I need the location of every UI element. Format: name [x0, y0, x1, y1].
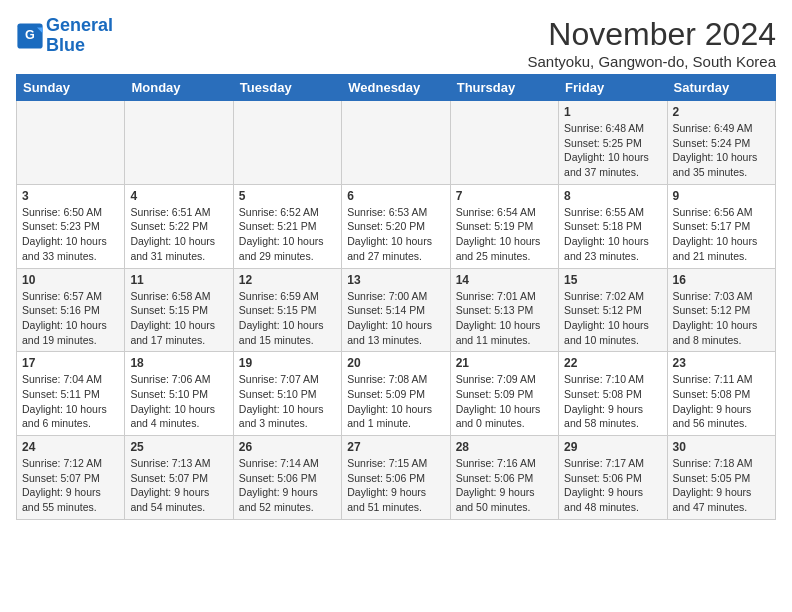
day-info: Sunrise: 7:11 AM Sunset: 5:08 PM Dayligh… — [673, 372, 770, 431]
calendar-cell: 8Sunrise: 6:55 AM Sunset: 5:18 PM Daylig… — [559, 184, 667, 268]
day-info: Sunrise: 6:55 AM Sunset: 5:18 PM Dayligh… — [564, 205, 661, 264]
calendar-cell: 14Sunrise: 7:01 AM Sunset: 5:13 PM Dayli… — [450, 268, 558, 352]
day-number: 28 — [456, 440, 553, 454]
day-info: Sunrise: 7:04 AM Sunset: 5:11 PM Dayligh… — [22, 372, 119, 431]
calendar-week-2: 3Sunrise: 6:50 AM Sunset: 5:23 PM Daylig… — [17, 184, 776, 268]
day-header-wednesday: Wednesday — [342, 75, 450, 101]
calendar-body: 1Sunrise: 6:48 AM Sunset: 5:25 PM Daylig… — [17, 101, 776, 520]
logo: G General Blue — [16, 16, 113, 56]
day-number: 26 — [239, 440, 336, 454]
svg-text:G: G — [25, 28, 35, 42]
calendar-table: SundayMondayTuesdayWednesdayThursdayFrid… — [16, 74, 776, 520]
calendar-week-4: 17Sunrise: 7:04 AM Sunset: 5:11 PM Dayli… — [17, 352, 776, 436]
calendar-cell: 13Sunrise: 7:00 AM Sunset: 5:14 PM Dayli… — [342, 268, 450, 352]
day-info: Sunrise: 7:00 AM Sunset: 5:14 PM Dayligh… — [347, 289, 444, 348]
day-number: 8 — [564, 189, 661, 203]
day-number: 2 — [673, 105, 770, 119]
calendar-cell: 24Sunrise: 7:12 AM Sunset: 5:07 PM Dayli… — [17, 436, 125, 520]
calendar-cell: 22Sunrise: 7:10 AM Sunset: 5:08 PM Dayli… — [559, 352, 667, 436]
calendar-cell — [450, 101, 558, 185]
day-info: Sunrise: 7:12 AM Sunset: 5:07 PM Dayligh… — [22, 456, 119, 515]
calendar-cell — [233, 101, 341, 185]
day-info: Sunrise: 6:53 AM Sunset: 5:20 PM Dayligh… — [347, 205, 444, 264]
day-info: Sunrise: 7:09 AM Sunset: 5:09 PM Dayligh… — [456, 372, 553, 431]
day-info: Sunrise: 7:01 AM Sunset: 5:13 PM Dayligh… — [456, 289, 553, 348]
logo-icon: G — [16, 22, 44, 50]
day-info: Sunrise: 6:51 AM Sunset: 5:22 PM Dayligh… — [130, 205, 227, 264]
calendar-cell: 26Sunrise: 7:14 AM Sunset: 5:06 PM Dayli… — [233, 436, 341, 520]
day-number: 5 — [239, 189, 336, 203]
day-info: Sunrise: 7:13 AM Sunset: 5:07 PM Dayligh… — [130, 456, 227, 515]
calendar-cell: 2Sunrise: 6:49 AM Sunset: 5:24 PM Daylig… — [667, 101, 775, 185]
day-number: 16 — [673, 273, 770, 287]
day-header-sunday: Sunday — [17, 75, 125, 101]
header: G General Blue November 2024 Santyoku, G… — [16, 16, 776, 70]
calendar-cell: 21Sunrise: 7:09 AM Sunset: 5:09 PM Dayli… — [450, 352, 558, 436]
calendar-week-1: 1Sunrise: 6:48 AM Sunset: 5:25 PM Daylig… — [17, 101, 776, 185]
calendar-cell: 12Sunrise: 6:59 AM Sunset: 5:15 PM Dayli… — [233, 268, 341, 352]
calendar-cell: 19Sunrise: 7:07 AM Sunset: 5:10 PM Dayli… — [233, 352, 341, 436]
calendar-cell: 10Sunrise: 6:57 AM Sunset: 5:16 PM Dayli… — [17, 268, 125, 352]
calendar-cell — [342, 101, 450, 185]
day-info: Sunrise: 6:49 AM Sunset: 5:24 PM Dayligh… — [673, 121, 770, 180]
day-info: Sunrise: 6:57 AM Sunset: 5:16 PM Dayligh… — [22, 289, 119, 348]
title-area: November 2024 Santyoku, Gangwon-do, Sout… — [528, 16, 777, 70]
day-number: 10 — [22, 273, 119, 287]
day-number: 13 — [347, 273, 444, 287]
day-info: Sunrise: 7:10 AM Sunset: 5:08 PM Dayligh… — [564, 372, 661, 431]
day-number: 14 — [456, 273, 553, 287]
calendar-cell: 17Sunrise: 7:04 AM Sunset: 5:11 PM Dayli… — [17, 352, 125, 436]
calendar-cell: 9Sunrise: 6:56 AM Sunset: 5:17 PM Daylig… — [667, 184, 775, 268]
day-header-tuesday: Tuesday — [233, 75, 341, 101]
calendar-cell: 4Sunrise: 6:51 AM Sunset: 5:22 PM Daylig… — [125, 184, 233, 268]
calendar-cell: 20Sunrise: 7:08 AM Sunset: 5:09 PM Dayli… — [342, 352, 450, 436]
subtitle: Santyoku, Gangwon-do, South Korea — [528, 53, 777, 70]
calendar-cell: 6Sunrise: 6:53 AM Sunset: 5:20 PM Daylig… — [342, 184, 450, 268]
day-number: 20 — [347, 356, 444, 370]
day-info: Sunrise: 7:14 AM Sunset: 5:06 PM Dayligh… — [239, 456, 336, 515]
calendar-cell — [17, 101, 125, 185]
calendar-cell: 27Sunrise: 7:15 AM Sunset: 5:06 PM Dayli… — [342, 436, 450, 520]
calendar-header-row: SundayMondayTuesdayWednesdayThursdayFrid… — [17, 75, 776, 101]
calendar-week-5: 24Sunrise: 7:12 AM Sunset: 5:07 PM Dayli… — [17, 436, 776, 520]
day-header-monday: Monday — [125, 75, 233, 101]
day-number: 7 — [456, 189, 553, 203]
day-info: Sunrise: 7:18 AM Sunset: 5:05 PM Dayligh… — [673, 456, 770, 515]
day-header-friday: Friday — [559, 75, 667, 101]
day-header-saturday: Saturday — [667, 75, 775, 101]
day-info: Sunrise: 6:59 AM Sunset: 5:15 PM Dayligh… — [239, 289, 336, 348]
day-number: 4 — [130, 189, 227, 203]
day-info: Sunrise: 7:06 AM Sunset: 5:10 PM Dayligh… — [130, 372, 227, 431]
day-number: 9 — [673, 189, 770, 203]
day-number: 11 — [130, 273, 227, 287]
day-number: 22 — [564, 356, 661, 370]
day-number: 3 — [22, 189, 119, 203]
day-info: Sunrise: 6:50 AM Sunset: 5:23 PM Dayligh… — [22, 205, 119, 264]
day-info: Sunrise: 7:16 AM Sunset: 5:06 PM Dayligh… — [456, 456, 553, 515]
day-number: 25 — [130, 440, 227, 454]
calendar-cell: 23Sunrise: 7:11 AM Sunset: 5:08 PM Dayli… — [667, 352, 775, 436]
calendar-cell: 15Sunrise: 7:02 AM Sunset: 5:12 PM Dayli… — [559, 268, 667, 352]
month-title: November 2024 — [528, 16, 777, 53]
day-info: Sunrise: 6:48 AM Sunset: 5:25 PM Dayligh… — [564, 121, 661, 180]
day-number: 1 — [564, 105, 661, 119]
day-info: Sunrise: 7:02 AM Sunset: 5:12 PM Dayligh… — [564, 289, 661, 348]
day-number: 24 — [22, 440, 119, 454]
calendar-cell: 28Sunrise: 7:16 AM Sunset: 5:06 PM Dayli… — [450, 436, 558, 520]
day-info: Sunrise: 6:58 AM Sunset: 5:15 PM Dayligh… — [130, 289, 227, 348]
day-number: 21 — [456, 356, 553, 370]
calendar-cell: 18Sunrise: 7:06 AM Sunset: 5:10 PM Dayli… — [125, 352, 233, 436]
day-number: 23 — [673, 356, 770, 370]
calendar-cell: 11Sunrise: 6:58 AM Sunset: 5:15 PM Dayli… — [125, 268, 233, 352]
day-number: 19 — [239, 356, 336, 370]
calendar-cell: 7Sunrise: 6:54 AM Sunset: 5:19 PM Daylig… — [450, 184, 558, 268]
day-number: 27 — [347, 440, 444, 454]
day-info: Sunrise: 7:07 AM Sunset: 5:10 PM Dayligh… — [239, 372, 336, 431]
day-info: Sunrise: 6:54 AM Sunset: 5:19 PM Dayligh… — [456, 205, 553, 264]
calendar-cell — [125, 101, 233, 185]
calendar-cell: 5Sunrise: 6:52 AM Sunset: 5:21 PM Daylig… — [233, 184, 341, 268]
calendar-week-3: 10Sunrise: 6:57 AM Sunset: 5:16 PM Dayli… — [17, 268, 776, 352]
day-number: 12 — [239, 273, 336, 287]
day-number: 18 — [130, 356, 227, 370]
calendar-cell: 30Sunrise: 7:18 AM Sunset: 5:05 PM Dayli… — [667, 436, 775, 520]
